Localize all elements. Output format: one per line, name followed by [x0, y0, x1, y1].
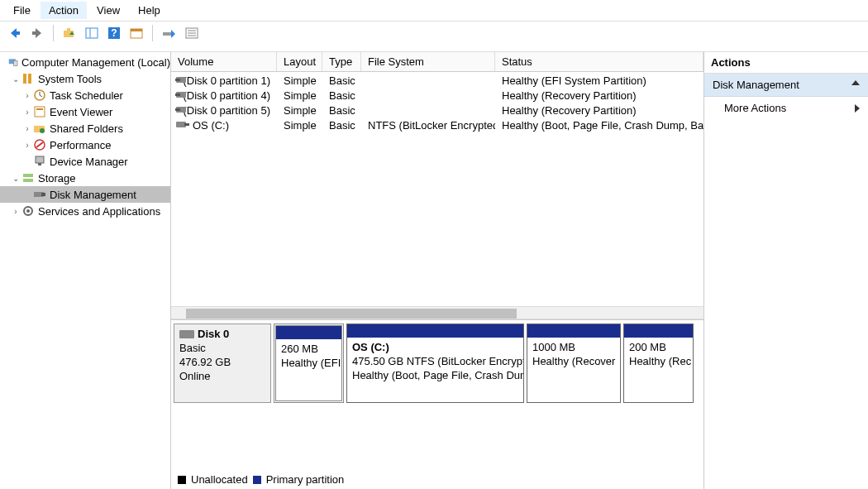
partition-title: OS (C:): [352, 341, 389, 353]
cell-volume: (Disk 0 partition 5): [184, 104, 270, 117]
actions-context[interactable]: Disk Management: [704, 74, 868, 97]
tree-system-tools[interactable]: ⌄ System Tools: [0, 70, 170, 87]
show-hide-console-button[interactable]: [82, 24, 102, 42]
svg-rect-23: [38, 163, 41, 165]
svg-rect-17: [35, 107, 45, 117]
center-panel: Volume Layout Type File System Status (D…: [171, 52, 704, 489]
volume-table-body[interactable]: (Disk 0 partition 1)SimpleBasicHealthy (…: [171, 72, 703, 132]
up-folder-button[interactable]: [60, 24, 79, 42]
tree-task-scheduler[interactable]: › Task Scheduler: [0, 87, 170, 103]
table-row[interactable]: OS (C:)SimpleBasicNTFS (BitLocker Encryp…: [171, 117, 703, 132]
cell-status: Healthy (Recovery Partition): [495, 89, 703, 102]
shared-folders-icon: [33, 122, 46, 135]
tree-device-manager[interactable]: › Device Manager: [0, 153, 170, 170]
arrow-right-icon: [31, 26, 44, 40]
tree-label: Task Scheduler: [50, 89, 123, 102]
partition-status: Healthy (Boot, Page File, Crash Dum: [352, 369, 524, 381]
col-status[interactable]: Status: [495, 52, 703, 71]
legend: Unallocated Primary partition: [178, 470, 344, 489]
volume-table-header: Volume Layout Type File System Status: [171, 52, 703, 72]
volume-icon: [176, 76, 180, 84]
settings-button[interactable]: [182, 24, 202, 42]
cell-volume: OS (C:): [193, 119, 229, 132]
partition-status: Healthy (Recover: [532, 355, 615, 367]
h-scrollbar[interactable]: [171, 306, 703, 319]
expander-icon[interactable]: ⌄: [10, 74, 21, 84]
expander-icon[interactable]: ›: [10, 207, 21, 216]
nav-tree[interactable]: › Computer Management (Local) ⌄ System T…: [0, 52, 171, 489]
legend-unallocated: Unallocated: [191, 473, 248, 486]
partition-box[interactable]: 1000 MBHealthy (Recover: [527, 324, 621, 403]
svg-rect-24: [23, 174, 33, 177]
refresh-icon: [162, 26, 175, 40]
calendar-icon: [130, 26, 143, 40]
list-settings-icon: [185, 26, 198, 40]
tree-services-apps[interactable]: › Services and Applications: [0, 203, 170, 219]
tree-performance[interactable]: › Performance: [0, 137, 170, 153]
cell-layout: Simple: [277, 89, 322, 102]
submenu-arrow-icon: [855, 104, 860, 113]
actions-more[interactable]: More Actions: [704, 97, 868, 119]
actions-more-label: More Actions: [724, 102, 786, 114]
tree-shared-folders[interactable]: › Shared Folders: [0, 120, 170, 137]
col-fs[interactable]: File System: [361, 52, 495, 71]
nav-back-button[interactable]: [5, 24, 25, 42]
partition-size: 200 MB: [629, 341, 666, 353]
svg-rect-25: [23, 179, 33, 182]
collapse-triangle-icon: [851, 80, 860, 85]
refresh-button[interactable]: [159, 24, 179, 42]
tree-root-computer-management[interactable]: › Computer Management (Local): [0, 54, 170, 70]
svg-rect-13: [14, 61, 17, 66]
disk-diagram-panel: Disk 0 Basic 476.92 GB Online 260 MBHeal…: [171, 319, 703, 489]
main-area: › Computer Management (Local) ⌄ System T…: [0, 51, 868, 489]
menu-help[interactable]: Help: [130, 2, 169, 19]
cell-status: Healthy (Boot, Page File, Crash Dump, Ba…: [495, 119, 703, 132]
tree-label: System Tools: [38, 73, 102, 85]
tree-label: Services and Applications: [38, 205, 160, 218]
menu-view[interactable]: View: [88, 2, 128, 19]
volume-icon: [176, 106, 180, 114]
tree-storage[interactable]: ⌄ Storage: [0, 170, 170, 186]
svg-rect-15: [28, 74, 31, 84]
cell-layout: Simple: [277, 74, 322, 87]
partition-box[interactable]: OS (C:)475.50 GB NTFS (BitLocker Encrypt…: [346, 324, 524, 403]
disk-label-box[interactable]: Disk 0 Basic 476.92 GB Online: [174, 324, 271, 403]
cell-volume: (Disk 0 partition 4): [184, 89, 270, 102]
tree-event-viewer[interactable]: › Event Viewer: [0, 103, 170, 120]
partition-status: Healthy (EFI S: [281, 357, 344, 369]
device-manager-icon: [33, 155, 46, 168]
expander-icon[interactable]: ›: [21, 108, 33, 117]
partition-box[interactable]: 200 MBHealthy (Rec: [623, 324, 694, 403]
table-row[interactable]: (Disk 0 partition 4)SimpleBasicHealthy (…: [171, 88, 703, 103]
menu-action[interactable]: Action: [41, 2, 87, 19]
storage-icon: [21, 171, 35, 185]
scrollbar-thumb[interactable]: [186, 309, 517, 319]
expander-icon[interactable]: ›: [21, 91, 33, 100]
menu-bar: File Action View Help: [0, 0, 868, 22]
col-layout[interactable]: Layout: [277, 52, 322, 71]
menu-file[interactable]: File: [5, 2, 39, 19]
table-row[interactable]: (Disk 0 partition 5)SimpleBasicHealthy (…: [171, 103, 703, 117]
partition-size: 260 MB: [281, 343, 318, 355]
disk-state: Online: [179, 370, 265, 384]
tree-label: Event Viewer: [50, 106, 112, 118]
nav-forward-button[interactable]: [27, 24, 47, 42]
view-options-button[interactable]: [126, 24, 146, 42]
partition-stripe: [347, 324, 523, 338]
col-type[interactable]: Type: [322, 52, 361, 71]
expander-icon[interactable]: ›: [21, 141, 33, 150]
expander-icon[interactable]: ›: [21, 124, 33, 133]
panes-icon: [85, 26, 98, 40]
col-volume[interactable]: Volume: [171, 52, 277, 71]
expander-icon[interactable]: ⌄: [10, 174, 21, 183]
tree-label: Performance: [50, 139, 111, 151]
tree-disk-management[interactable]: › Disk Management: [0, 186, 170, 203]
partition-box[interactable]: 260 MBHealthy (EFI S: [274, 324, 344, 403]
table-row[interactable]: (Disk 0 partition 1)SimpleBasicHealthy (…: [171, 73, 703, 88]
svg-rect-18: [36, 108, 43, 110]
cell-volume: (Disk 0 partition 1): [184, 74, 270, 87]
event-viewer-icon: [33, 105, 46, 118]
partition-size: 1000 MB: [532, 341, 575, 353]
help-button[interactable]: ?: [104, 24, 124, 42]
cell-layout: Simple: [277, 104, 322, 117]
